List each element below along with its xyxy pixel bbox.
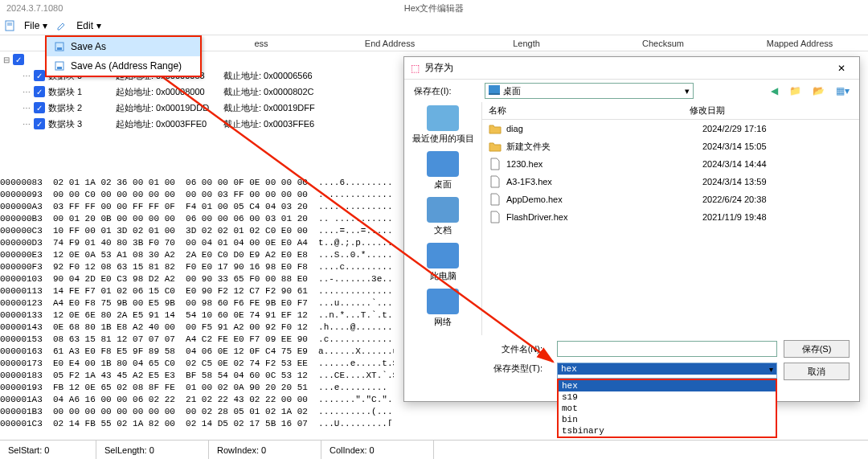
dialog-titlebar[interactable]: ⬚ 另存为 ✕ (404, 57, 859, 80)
file-icon (489, 158, 502, 170)
save-button[interactable]: 保存(S) (784, 340, 850, 358)
menu-edit[interactable]: Edit ▾ (70, 18, 108, 33)
file-date: 2024/3/14 14:44 (702, 159, 767, 169)
nav-up-icon[interactable]: 📁 (789, 85, 801, 96)
tree-row[interactable]: ⋯✓数据块 2起始地址: 0x00019DDD截止地址: 0x00019DFF (0, 100, 386, 116)
file-list: 名称 修改日期 diag2024/2/29 17:16新建文件夹2024/3/1… (481, 102, 859, 335)
close-button[interactable]: ✕ (830, 60, 853, 76)
end-addr: 截止地址: 0x00006566 (223, 70, 344, 82)
save-as-range-label: Save As (Address Range) (71, 60, 182, 72)
svg-rect-4 (57, 47, 62, 50)
file-icon (489, 176, 502, 187)
folder-icon (489, 123, 502, 134)
file-dropdown: Save As Save As (Address Range) (45, 35, 202, 77)
tree-row[interactable]: ⋯✓数据块 1起始地址: 0x00008000截止地址: 0x0000802C (0, 84, 386, 100)
title-bar: 2024.3.7.1080 Hex文件编辑器 (0, 0, 868, 16)
svg-rect-8 (489, 93, 500, 95)
app-logo-icon: ⬚ (411, 63, 420, 74)
file-row[interactable]: diag2024/2/29 17:16 (482, 120, 859, 137)
menu-bar: File ▾ Edit ▾ (0, 16, 868, 35)
filename-input[interactable] (557, 341, 777, 357)
hex-dump[interactable]: 00000083 02 01 1A 02 36 00 01 00 06 00 0… (0, 177, 394, 426)
folder-icon (489, 141, 502, 152)
filetype-option[interactable]: hex (559, 380, 776, 391)
start-addr: 起始地址: 0x00019DDD (116, 102, 220, 114)
file-icon (489, 211, 502, 223)
filetype-combo[interactable]: hex ▾ hexs19motbintsbinary (557, 363, 777, 379)
save-as-dialog: ⬚ 另存为 ✕ 保存在(I): 桌面 ▾ ◀ 📁 📂 ▦▾ 最近使用的项目 桌面 (403, 56, 860, 402)
end-addr: 截止地址: 0x0003FFE6 (223, 118, 344, 130)
desktop-icon (489, 85, 500, 96)
col-filename[interactable]: 名称 (489, 105, 690, 117)
status-sellength: SelLength: 0 (96, 441, 209, 459)
dialog-title: 另存为 (424, 61, 830, 75)
file-row[interactable]: AppDemo.hex2022/6/24 20:38 (482, 191, 859, 208)
file-date: 2022/6/24 20:38 (702, 195, 767, 204)
file-name: A3-1F3.hex (506, 177, 702, 186)
side-pc[interactable]: 此电脑 (427, 243, 459, 282)
start-addr: 起始地址: 0x0003FFE0 (116, 118, 220, 130)
save-as-range-item[interactable]: Save As (Address Range) (47, 56, 200, 76)
end-addr: 截止地址: 0x0000802C (223, 86, 344, 98)
side-network[interactable]: 网络 (427, 289, 459, 328)
col-checksum: Checksum (595, 39, 731, 48)
nav-back-icon[interactable]: ◀ (771, 85, 778, 96)
side-docs[interactable]: 文档 (427, 197, 459, 236)
save-range-icon (53, 59, 66, 72)
row-checkbox[interactable]: ✓ (34, 118, 45, 129)
block-label: 数据块 2 (48, 102, 113, 114)
status-selstart: SelStart: 0 (0, 441, 96, 459)
row-checkbox[interactable]: ✓ (34, 70, 45, 81)
tree-row[interactable]: ⋯✓数据块 3起始地址: 0x0003FFE0截止地址: 0x0003FFE6 (0, 116, 386, 132)
version-label: 2024.3.7.1080 (6, 3, 63, 13)
new-folder-icon[interactable]: 📂 (813, 85, 825, 96)
col-length: Length (458, 39, 595, 48)
file-row[interactable]: 1230.hex2024/3/14 14:44 (482, 155, 859, 173)
status-bar: SelStart: 0 SelLength: 0 RowIndex: 0 Col… (0, 440, 868, 459)
filetype-option[interactable]: mot (559, 403, 776, 414)
save-in-label: 保存在(I): (414, 85, 478, 97)
view-icon[interactable]: ▦▾ (836, 85, 850, 96)
file-name: AppDemo.hex (506, 195, 702, 204)
file-row[interactable]: 新建文件夹2024/3/14 15:05 (482, 137, 859, 155)
side-desktop[interactable]: 桌面 (427, 151, 459, 191)
col-filedate[interactable]: 修改日期 (690, 105, 786, 117)
filetype-dropdown: hexs19motbintsbinary (557, 379, 777, 438)
filetype-option[interactable]: s19 (559, 391, 776, 403)
block-label: 数据块 1 (48, 86, 113, 98)
save-icon (53, 40, 66, 53)
filetype-option[interactable]: tsbinary (559, 425, 776, 436)
menu-file[interactable]: File ▾ (18, 18, 54, 33)
root-checkbox[interactable]: ✓ (13, 54, 24, 65)
side-recent[interactable]: 最近使用的项目 (412, 105, 474, 145)
save-as-label: Save As (71, 41, 106, 52)
file-date: 2024/3/14 13:59 (702, 177, 767, 186)
app-title: Hex文件编辑器 (404, 2, 465, 14)
dialog-sidebar: 最近使用的项目 桌面 文档 此电脑 网络 (404, 102, 481, 335)
start-addr: 起始地址: 0x00008000 (116, 86, 220, 98)
file-row[interactable]: FlashDriver.hex2021/11/9 19:48 (482, 208, 859, 226)
file-date: 2024/2/29 17:16 (702, 124, 767, 133)
file-icon (489, 194, 502, 205)
filetype-value: hex (558, 363, 776, 375)
status-rowindex: RowIndex: 0 (209, 441, 321, 459)
filetype-label: 保存类型(T): (414, 363, 551, 375)
block-label: 数据块 3 (48, 118, 113, 130)
file-name: 新建文件夹 (506, 141, 702, 153)
file-row[interactable]: A3-1F3.hex2024/3/14 13:59 (482, 173, 859, 191)
chevron-down-icon: ▾ (769, 365, 773, 374)
file-icon (3, 19, 16, 32)
cancel-button[interactable]: 取消 (784, 363, 850, 380)
filename-label: 文件名(N): (414, 343, 551, 355)
row-checkbox[interactable]: ✓ (34, 86, 45, 97)
save-in-combo[interactable]: 桌面 ▾ (485, 83, 694, 99)
row-checkbox[interactable]: ✓ (34, 102, 45, 113)
save-as-item[interactable]: Save As (47, 37, 200, 56)
filetype-option[interactable]: bin (559, 414, 776, 425)
file-date: 2024/3/14 15:05 (702, 141, 767, 151)
svg-rect-7 (489, 85, 500, 93)
svg-rect-0 (6, 21, 14, 31)
file-name: FlashDriver.hex (506, 212, 702, 222)
file-name: 1230.hex (506, 159, 702, 169)
save-in-value: 桌面 (503, 85, 521, 97)
